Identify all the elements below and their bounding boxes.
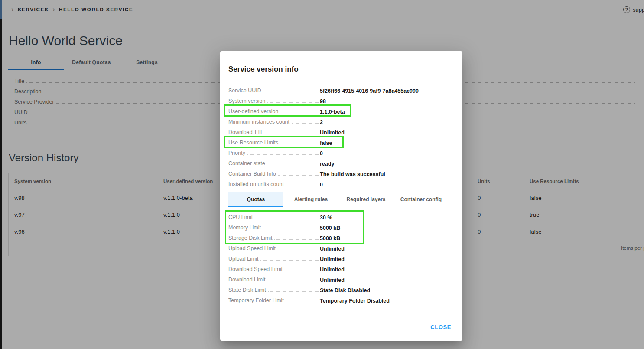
row-value: Temporary Folder Disabled (320, 295, 454, 305)
row-download-speed-limit: Download Speed Limit Unlimited (228, 264, 454, 274)
tab-quotas[interactable]: Quotas (228, 192, 283, 207)
row-temporary-folder-limit: Temporary Folder Limit Temporary Folder … (228, 295, 454, 305)
tab-required-layers[interactable]: Required layers (338, 192, 394, 207)
row-value: Unlimited (320, 253, 454, 264)
tab-container-config[interactable]: Container config (394, 192, 449, 207)
close-button[interactable]: CLOSE (428, 320, 454, 334)
row-upload-limit: Upload Limit Unlimited (228, 253, 454, 264)
row-value: 0 (320, 179, 454, 189)
row-value: 30 % (320, 212, 454, 222)
row-value: State Disk Disabled (320, 284, 454, 295)
row-memory-limit: Memory Limit 5000 kB (228, 222, 454, 232)
row-value: ready (320, 158, 454, 168)
row-container-state: Container state ready (228, 158, 454, 168)
row-service-uuid: Service UUID 5f26ff66-4915-4016-9af9-7a8… (228, 85, 454, 95)
service-version-info-dialog: Service version info Service UUID 5f26ff… (220, 51, 462, 341)
row-label: Minimum instances count (228, 119, 289, 127)
row-system-version: System version 98 (228, 95, 454, 106)
row-value: false (320, 137, 454, 147)
quota-fields: CPU Limit 30 % Memory Limit 5000 kB Stor… (228, 212, 454, 305)
row-label: System version (228, 98, 265, 106)
row-value: Unlimited (320, 127, 454, 137)
row-value: 98 (320, 95, 454, 106)
row-value: Unlimited (320, 243, 454, 253)
row-label: User-defined version (228, 108, 278, 116)
row-value: 5000 kB (320, 232, 454, 243)
row-label: Container state (228, 160, 265, 168)
row-label: State Disk Limit (228, 287, 266, 295)
row-label: Installed on units count (228, 181, 284, 189)
row-label: Download TTL (228, 129, 263, 137)
row-value: Unlimited (320, 274, 454, 284)
row-label: Download Limit (228, 277, 265, 284)
dialog-title: Service version info (228, 51, 454, 75)
row-label: Download Speed Limit (228, 266, 283, 274)
version-fields: Service UUID 5f26ff66-4915-4016-9af9-7a8… (228, 85, 454, 189)
row-priority: Priority 0 (228, 147, 454, 158)
row-value: Unlimited (320, 264, 454, 274)
row-download-ttl: Download TTL Unlimited (228, 127, 454, 137)
row-label: Memory Limit (228, 225, 261, 232)
row-minimum-instances-count: Minimum instances count 2 (228, 116, 454, 127)
row-value: The build was successful (320, 168, 454, 179)
tab-alerting-rules[interactable]: Alerting rules (283, 192, 338, 207)
row-state-disk-limit: State Disk Limit State Disk Disabled (228, 284, 454, 295)
row-value: 0 (320, 147, 454, 158)
row-label: Priority (228, 150, 245, 158)
row-user-defined-version: User-defined version 1.1.0-beta (228, 106, 454, 116)
row-container-build-info: Container Build Info The build was succe… (228, 168, 454, 179)
row-label: Use Resource Limits (228, 140, 278, 147)
row-upload-speed-limit: Upload Speed Limit Unlimited (228, 243, 454, 253)
dialog-footer: CLOSE (228, 313, 454, 340)
row-label: Upload Speed Limit (228, 245, 276, 253)
row-download-limit: Download Limit Unlimited (228, 274, 454, 284)
row-cpu-limit: CPU Limit 30 % (228, 212, 454, 222)
dialog-tabs: Quotas Alerting rules Required layers Co… (228, 192, 454, 207)
row-label: Container Build Info (228, 171, 276, 179)
row-label: Service UUID (228, 88, 261, 95)
row-value: 1.1.0-beta (320, 106, 454, 116)
row-value: 5000 kB (320, 222, 454, 232)
row-installed-on-units-count: Installed on units count 0 (228, 179, 454, 189)
row-value: 2 (320, 116, 454, 127)
row-label: Storage Disk Limit (228, 235, 272, 243)
row-label: Upload Limit (228, 256, 258, 264)
row-label: CPU Limit (228, 214, 253, 222)
row-label: Temporary Folder Limit (228, 297, 284, 305)
row-value: 5f26ff66-4915-4016-9af9-7a8a455ae990 (320, 85, 454, 95)
row-use-resource-limits: Use Resource Limits false (228, 137, 454, 147)
row-storage-disk-limit: Storage Disk Limit 5000 kB (228, 232, 454, 243)
